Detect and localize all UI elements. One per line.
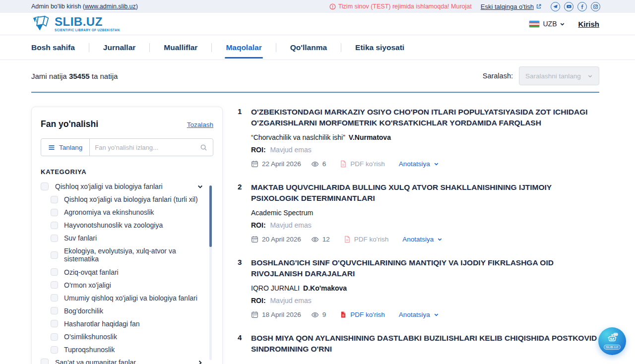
search-icon[interactable] [200,144,213,151]
category-list: Qishloq xo'jaligi va biologiya fanlari Q… [41,182,213,364]
old-version-link[interactable]: Eski talqinga o'tish [481,3,542,10]
site-logo[interactable]: SLIB.UZ SCIENTIFIC LIBRARY OF UZBEKISTAN [31,15,120,32]
pdf-view-link[interactable]: PDF ko'rish [340,311,384,318]
clear-filters-link[interactable]: Tozalash [187,121,213,128]
eye-icon [311,160,319,168]
category-group-qishloq[interactable]: Qishloq xo'jaligi va biologiya fanlari [41,182,203,190]
roi-label: ROI: [251,221,266,229]
nav-bosh-sahifa[interactable]: Bosh sahifa [31,43,75,53]
category-item[interactable]: Agronomiya va ekinshunoslik [51,208,203,216]
eye-icon [311,311,319,319]
article-number: 1 [238,107,247,129]
article-author[interactable]: V.Nurmatova [349,133,391,141]
nav-divider [211,43,212,52]
sort-dropdown[interactable]: Saralashni tanlang [519,66,599,85]
checkbox[interactable] [51,196,58,203]
nav-qollanma[interactable]: Qo'llanma [290,43,327,53]
pdf-view-link[interactable]: PDF ko'rish [340,160,384,168]
pdf-view-link[interactable]: PDF ko'rish [344,236,388,243]
category-group-sanat[interactable]: San'at va gumanitar fanlar [41,359,203,364]
nav-mualliflar[interactable]: Mualliflar [164,43,197,53]
filter-panel: Fan yo'nalishi Tozalash Tanlang KATEGORI… [31,107,223,364]
nav-maqolalar[interactable]: Maqolalar [226,43,261,53]
calendar-icon [251,311,258,318]
chevron-right-icon[interactable] [197,360,203,364]
publish-date: 20 April 2026 [251,236,301,243]
article-author[interactable]: D.Ko'makova [303,284,347,292]
category-item[interactable]: O'simlikshunoslik [51,333,203,341]
calendar-icon [251,236,258,243]
checkbox[interactable] [51,333,58,341]
chatbot-button[interactable]: SLIB.UZ [598,327,626,355]
annotation-toggle[interactable]: Anotatsiya [399,160,439,168]
category-item[interactable]: Ekologiya, evolyutsiya, xulq-atvor va si… [51,247,203,263]
nav-jurnallar[interactable]: Jurnallar [103,43,135,53]
social-links [551,2,600,11]
admin-prefix: Admin bo'lib kirish ( [31,3,85,10]
admin-link[interactable]: www.admin.slib.uz [85,3,136,10]
category-item[interactable]: Suv fanlari [51,234,203,242]
publish-date: 22 April 2026 [251,160,301,168]
annotation-toggle[interactable]: Anotatsiya [402,236,443,243]
checkbox[interactable] [41,182,49,190]
category-label[interactable]: Qishloq xo'jaligi va biologiya fanlari [55,182,190,190]
chevron-down-icon [587,73,593,79]
youtube-icon[interactable] [564,2,573,11]
checkbox[interactable] [51,320,58,327]
publish-date: 18 April 2026 [251,311,301,318]
journal-name[interactable]: “Chorvachilik va naslchilik ishi” [251,133,345,141]
category-label[interactable]: San'at va gumanitar fanlar [55,359,190,364]
checkbox[interactable] [51,251,58,259]
annotation-toggle[interactable]: Anotatsiya [399,311,439,318]
instagram-icon[interactable] [591,2,600,11]
test-mode-warning: Tizim sinov (TEST) rejimida ishlamoqda! … [329,3,472,10]
article-result: 1 O'ZBEKISTONDAGI MARKAZIY OSIYO CHO'PON… [238,107,599,168]
checkbox[interactable] [51,346,58,354]
category-item[interactable]: Hasharotlar haqidagi fan [51,320,203,328]
checkbox[interactable] [51,307,58,314]
category-item[interactable]: Qishloq xo'jaligi va biologiya fanlari (… [51,195,203,203]
category-item[interactable]: Bog'dorchilik [51,307,203,315]
checkbox[interactable] [51,222,58,229]
external-link-icon [536,3,542,9]
category-item[interactable]: Oziq-ovqat fanlari [51,268,203,276]
results-suffix: ta natija [92,72,118,80]
journal-name[interactable]: Academic Spectrum [251,209,313,217]
article-title[interactable]: MAKTAB UQUVCHILARIDA BULLING XULQ ATVOR … [251,182,599,204]
category-item[interactable]: Umumiy qishloq xo'jaligi va biologiya fa… [51,294,203,302]
checkbox[interactable] [51,281,58,289]
article-result: 4 BOSH MIYA QON AYLANISHINING DASTLABKI … [238,333,599,355]
article-number: 3 [238,257,247,280]
select-all-button[interactable]: Tanlang [41,139,90,156]
view-count: 12 [311,236,330,243]
article-title[interactable]: BOSHLANG'ICH SINF O'QUVCHILARINING MANTI… [251,257,599,280]
facebook-icon[interactable] [577,2,587,11]
hamburger-icon [48,145,55,150]
journal-name[interactable]: IQRO JURNALI [251,284,300,292]
checkbox[interactable] [51,235,58,242]
nav-etika-siyosati[interactable]: Etika siyosati [355,43,404,53]
pdf-icon [340,160,347,168]
nav-divider [149,43,150,52]
category-item[interactable]: Hayvonotshunoslik va zoologiya [51,221,203,229]
checkbox[interactable] [41,359,49,364]
logo-book-icon [31,15,51,32]
site-header: SLIB.UZ SCIENTIFIC LIBRARY OF UZBEKISTAN… [0,13,635,35]
article-title[interactable]: BOSH MIYA QON AYLANISHINING DASTLABKI BU… [251,333,599,355]
scrollbar-thumb[interactable] [209,185,212,247]
checkbox[interactable] [51,268,58,276]
telegram-icon[interactable] [551,2,560,11]
roi-value: Mavjud emas [270,221,311,229]
category-search-input[interactable] [90,144,200,151]
category-item[interactable]: Tuproqshunoslik [51,346,203,354]
roi-label: ROI: [251,297,266,304]
eye-icon [311,236,319,243]
chevron-down-icon[interactable] [197,183,203,190]
login-button[interactable]: Kirish [578,20,599,28]
checkbox[interactable] [51,294,58,302]
language-selector[interactable]: UZB [529,20,565,28]
checkbox[interactable] [51,209,58,216]
article-title[interactable]: O'ZBEKISTONDAGI MARKAZIY OSIYO CHO'PON I… [251,107,599,129]
chatbot-label: SLIB.UZ [604,345,621,350]
category-item[interactable]: O'rmon xo'jaligi [51,281,203,289]
